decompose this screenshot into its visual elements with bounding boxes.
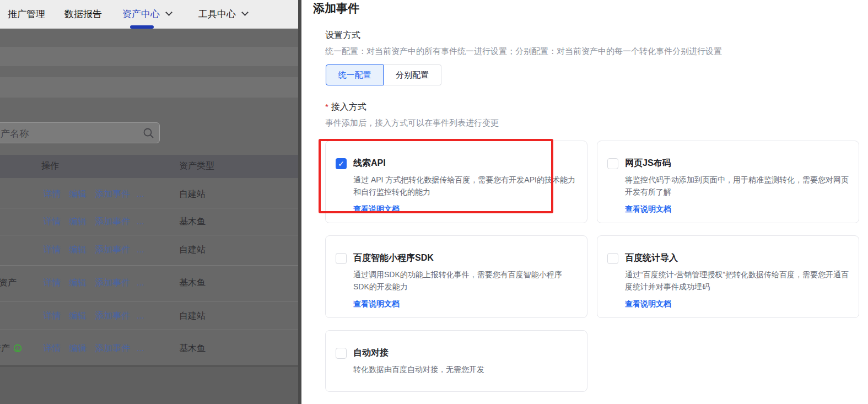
method-description: 通过“百度统计-营销管理授权”把转化数据传给百度，需要您开通百度统计并对事件成功… [625,268,849,293]
required-asterisk: * [325,102,328,111]
more-actions-link[interactable]: ... [137,187,144,201]
table-footer-band [0,367,298,404]
table-row: 详情 编辑 添加事件 ... 基木鱼 [0,215,298,228]
row-divider [0,330,298,330]
more-actions-link[interactable]: ... [137,276,144,289]
toolbar-band [0,47,298,66]
row-divider [0,301,298,301]
method-card-tongji-import[interactable]: 百度统计导入 通过“百度统计-营销管理授权”把转化数据传给百度，需要您开通百度统… [597,235,859,318]
add-event-drawer: 添加事件 设置方式 统一配置：对当前资产中的所有事件统一进行设置；分别配置：对当… [301,0,868,404]
setting-mode-description: 统一配置：对当前资产中的所有事件统一进行设置；分别配置：对当前资产中的每一个转化… [325,46,722,57]
asset-type: 基木鱼 [179,342,206,355]
table-row: 鱼资产 详情 编辑 添加事件 ... 基木鱼 [0,276,298,289]
view-docs-link[interactable]: 查看说明文档 [353,299,400,309]
toolbar-band [0,77,298,98]
checkbox-unchecked[interactable] [607,253,618,264]
method-title: 百度统计导入 [625,252,678,264]
checkbox-unchecked[interactable] [336,253,347,264]
add-event-link[interactable]: 添加事件 [95,243,130,256]
nav-item-tool-center[interactable]: 工具中心 [198,8,247,20]
method-description: 将监控代码手动添加到页面中，用于精准监测转化，需要您对网页开发有所了解 [625,174,849,198]
drawer-title: 添加事件 [313,1,359,16]
more-actions-link[interactable]: ... [137,342,144,355]
add-event-link[interactable]: 添加事件 [95,187,130,201]
table-row: 详情 编辑 添加事件 ... 自建站 [0,309,298,322]
edit-link[interactable]: 编辑 [69,243,87,256]
add-event-link[interactable]: 添加事件 [95,215,130,228]
search-placeholder: 产名称 [1,127,29,140]
more-actions-link[interactable]: ... [137,215,144,228]
separate-config-button[interactable]: 分别配置 [384,64,441,85]
edit-link[interactable]: 编辑 [69,276,87,289]
view-docs-link[interactable]: 查看说明文档 [625,299,671,309]
table-row: 资产 详情 编辑 添加事件 ... 基木鱼 [0,342,298,355]
search-icon[interactable] [143,127,155,139]
view-docs-link[interactable]: 查看说明文档 [625,204,671,214]
checkbox-unchecked[interactable] [336,348,347,359]
dimmed-content: 产名称 操作 资产类型 详情 编辑 添加事件 ... 自建站 详情 编辑 添加事… [0,29,298,404]
method-description: 通过调用SDK的功能上报转化事件，需要您有百度智能小程序SDK的开发能力 [353,268,577,293]
check-icon: ✓ [338,160,344,168]
row-divider [0,265,298,266]
column-header-asset-type: 资产类型 [179,160,214,172]
more-actions-link[interactable]: ... [137,243,144,256]
asset-type: 自建站 [179,243,206,256]
asset-name-partial: 资产 [0,342,10,355]
method-description: 转化数据由百度自动对接，无需您开发 [353,363,577,375]
edit-link[interactable]: 编辑 [69,215,87,228]
detail-link[interactable]: 详情 [43,215,61,228]
edit-link[interactable]: 编辑 [69,342,87,355]
chevron-down-icon [165,9,172,16]
asset-name-partial: 鱼资产 [0,276,17,289]
method-title: 线索API [353,158,386,169]
nav-item-reports[interactable]: 数据报告 [64,8,102,20]
row-divider [0,235,298,235]
method-title: 自动对接 [353,347,389,359]
method-card-auto-connect[interactable]: 自动对接 转化数据由百度自动对接，无需您开发 [325,330,587,392]
nav-item-promotion[interactable]: 推广管理 [8,8,45,20]
detail-link[interactable]: 详情 [43,309,61,322]
config-mode-segment: 统一配置 分别配置 [326,64,441,85]
more-actions-link[interactable]: ... [137,309,144,322]
row-divider [0,208,298,208]
access-method-label: *接入方式 [325,101,366,113]
method-title: 百度智能小程序SDK [353,252,434,264]
checkbox-unchecked[interactable] [607,158,618,169]
add-event-link[interactable]: 添加事件 [95,309,130,322]
method-card-smartprogram-sdk[interactable]: 百度智能小程序SDK 通过调用SDK的功能上报转化事件，需要您有百度智能小程序S… [325,235,587,318]
edit-link[interactable]: 编辑 [69,309,87,322]
top-navbar: 推广管理 数据报告 资产中心 工具中心 [0,0,298,29]
column-header-actions: 操作 [41,160,59,172]
method-title: 网页JS布码 [625,158,671,169]
view-docs-link[interactable]: 查看说明文档 [353,204,400,214]
asset-type: 基木鱼 [179,276,206,289]
access-method-cards: ✓ 线索API 通过 API 方式把转化数据传给百度，需要您有开发API的技术能… [325,141,859,392]
add-event-link[interactable]: 添加事件 [95,342,130,355]
search-input[interactable]: 产名称 [0,122,160,143]
detail-link[interactable]: 详情 [43,187,61,201]
method-card-web-js[interactable]: 网页JS布码 将监控代码手动添加到页面中，用于精准监测转化，需要您对网页开发有所… [597,141,859,223]
detail-link[interactable]: 详情 [43,342,61,355]
setting-mode-label: 设置方式 [325,30,360,41]
chevron-down-icon [241,9,249,16]
asset-type: 自建站 [179,309,206,322]
method-description: 通过 API 方式把转化数据传给百度，需要您有开发API的技术能力和自行监控转化… [353,174,577,198]
asset-type: 自建站 [179,187,206,201]
asset-type: 基木鱼 [179,215,206,228]
detail-link[interactable]: 详情 [43,243,61,256]
table-row: 详情 编辑 添加事件 ... 自建站 [0,243,298,256]
nav-item-asset-center[interactable]: 资产中心 [122,8,171,20]
detail-link[interactable]: 详情 [43,276,61,289]
edit-link[interactable]: 编辑 [69,187,87,201]
method-card-lead-api[interactable]: ✓ 线索API 通过 API 方式把转化数据传给百度，需要您有开发API的技术能… [325,141,587,223]
access-method-note: 事件添加后，接入方式可以在事件列表进行变更 [325,118,499,128]
checkbox-checked[interactable]: ✓ [336,158,347,169]
background-page: 推广管理 数据报告 资产中心 工具中心 产名称 操作 资产类型 详情 编辑 添加… [0,0,298,404]
add-event-link[interactable]: 添加事件 [95,276,130,289]
unified-config-button[interactable]: 统一配置 [326,64,384,85]
table-header: 操作 资产类型 [0,155,298,178]
table-row: 详情 编辑 添加事件 ... 自建站 [0,187,298,201]
miniprogram-icon [13,344,22,353]
